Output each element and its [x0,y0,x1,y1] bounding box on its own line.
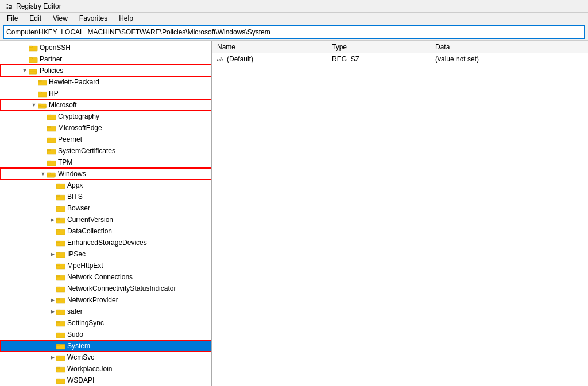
folder-icon-enhancedstoragedevices [56,239,65,247]
cell-name: ab(Default) [215,55,330,63]
tree-item-policies[interactable]: ▼ Policies [0,65,211,76]
main-container: OpenSSH Partner▼ Policies Hewlett-Packar… [0,40,588,386]
tree-item-wcmsvc[interactable]: ▶ WcmSvc [0,352,211,363]
table-row[interactable]: ab(Default) REG_SZ (value not set) [212,53,588,65]
expand-btn-networkprovider[interactable]: ▶ [48,296,56,304]
tree-item-mpehttpext[interactable]: MpeHttpExt [0,260,211,271]
tree-label-tpm: TPM [58,158,72,166]
ab-icon: ab [217,56,223,63]
address-bar[interactable] [3,25,585,39]
tree-item-sudo[interactable]: Sudo [0,329,211,340]
tree-label-wsdapi: WSDAPI [67,376,94,384]
expand-btn-ipsec[interactable]: ▶ [48,250,56,258]
folder-icon-tpm [47,158,56,166]
tree-label-safer: safer [67,307,83,315]
cell-type: REG_SZ [330,55,433,63]
tree-item-openssh[interactable]: OpenSSH [0,42,211,53]
tree-item-ipsec[interactable]: ▶ IPSec [0,248,211,260]
svg-marker-6 [29,72,37,74]
folder-icon-networkprovider [56,296,65,304]
tree-label-windows: Windows [58,170,86,178]
expand-btn-microsoft[interactable]: ▼ [30,101,38,109]
tree-item-peernet[interactable]: Peernet [0,134,211,145]
tree-label-networkprovider: NetworkProvider [67,296,118,304]
tree-label-peernet: Peernet [58,135,82,143]
tree-label-microsoftedge: MicrosoftEdge [58,124,102,132]
folder-icon-networkconnections [56,273,65,281]
tree-label-enhancedstoragedevices: EnhancedStorageDevices [67,239,147,247]
folder-icon-system [56,342,65,350]
col-header-data: Data [431,43,588,51]
tree-item-partner[interactable]: Partner [0,53,211,65]
tree-item-system[interactable]: System [0,340,211,352]
tree-panel: OpenSSH Partner▼ Policies Hewlett-Packar… [0,41,212,386]
tree-item-settingsync[interactable]: SettingSync [0,317,211,329]
tree-label-workplacejoin: WorkplaceJoin [67,365,112,373]
folder-icon-policies [29,67,38,75]
data-rows: ab(Default) REG_SZ (value not set) [212,53,588,65]
expand-btn-wcmsvc[interactable]: ▶ [48,353,56,361]
value-name: (Default) [227,55,253,63]
expand-btn-policies[interactable]: ▼ [21,67,29,75]
tree-label-currentversion: CurrentVersion [67,216,113,224]
tree-item-wsdapi[interactable]: WSDAPI [0,375,211,386]
tree-label-datacollection: DataCollection [67,227,112,235]
folder-icon-wsdapi [56,376,65,384]
svg-marker-26 [47,175,55,177]
folder-icon-partner [29,55,38,63]
menu-view[interactable]: View [48,13,72,24]
tree-item-hewlett-packard[interactable]: Hewlett-Packard [0,76,211,88]
menu-edit[interactable]: Edit [25,13,46,24]
expand-btn-windows[interactable]: ▼ [39,170,47,178]
folder-icon-appx [56,181,65,189]
tree-item-networkprovider[interactable]: ▶ NetworkProvider [0,294,211,306]
folder-icon-sudo [56,330,65,338]
tree-label-mpehttpext: MpeHttpExt [67,262,103,270]
tree-label-appx: Appx [67,181,83,189]
tree-item-networkconnectivitystatusindicator[interactable]: NetworkConnectivityStatusIndicator [0,283,211,294]
address-input[interactable] [6,28,582,36]
folder-icon-safer [56,307,65,315]
tree-item-networkconnections[interactable]: Network Connections [0,271,211,283]
tree-item-microsoftedge[interactable]: MicrosoftEdge [0,122,211,134]
tree-item-tpm[interactable]: TPM [0,157,211,168]
folder-icon-settingsync [56,319,65,327]
folder-icon-microsoftedge [47,124,56,132]
menu-file[interactable]: File [2,13,22,24]
folder-icon-workplacejoin [56,365,65,373]
menu-favorites[interactable]: Favorites [75,13,112,24]
tree-item-bits[interactable]: BITS [0,191,211,202]
tree-label-networkconnectivitystatusindicator: NetworkConnectivityStatusIndicator [67,284,176,293]
tree-label-ipsec: IPSec [67,250,86,258]
folder-icon-peernet [47,135,56,143]
tree-item-enhancedstoragedevices[interactable]: EnhancedStorageDevices [0,237,211,248]
app-icon: 🗂 [5,2,13,11]
tree-label-hp: HP [49,89,59,98]
tree-item-safer[interactable]: ▶ safer [0,306,211,317]
tree-label-bowser: Bowser [67,204,90,212]
tree-item-workplacejoin[interactable]: WorkplaceJoin [0,363,211,375]
tree-item-hp[interactable]: HP [0,88,211,99]
app-title: Registry Editor [16,2,61,10]
tree-item-currentversion[interactable]: ▶ CurrentVersion [0,214,211,225]
folder-icon-wcmsvc [56,353,65,361]
tree-item-cryptography[interactable]: Cryptography [0,111,211,122]
folder-icon-currentversion [56,216,65,224]
tree-item-datacollection[interactable]: DataCollection [0,225,211,237]
tree-item-appx[interactable]: Appx [0,180,211,191]
expand-btn-safer[interactable]: ▶ [48,307,56,315]
tree-label-partner: Partner [40,55,62,63]
expand-btn-currentversion[interactable]: ▶ [48,216,56,224]
column-headers: Name Type Data [212,41,588,53]
menu-bar: File Edit View Favorites Help [0,13,588,24]
tree-label-wcmsvc: WcmSvc [67,353,94,361]
tree-item-windows[interactable]: ▼ Windows [0,168,211,180]
tree-item-microsoft[interactable]: ▼ Microsoft [0,99,211,111]
tree-item-systemcertificates[interactable]: SystemCertificates [0,145,211,157]
tree-item-bowser[interactable]: Bowser [0,202,211,214]
menu-help[interactable]: Help [114,13,138,24]
svg-rect-5 [29,69,32,71]
tree-label-microsoft: Microsoft [49,101,77,109]
folder-icon-cryptography [47,112,56,120]
folder-icon-openssh [29,44,38,52]
